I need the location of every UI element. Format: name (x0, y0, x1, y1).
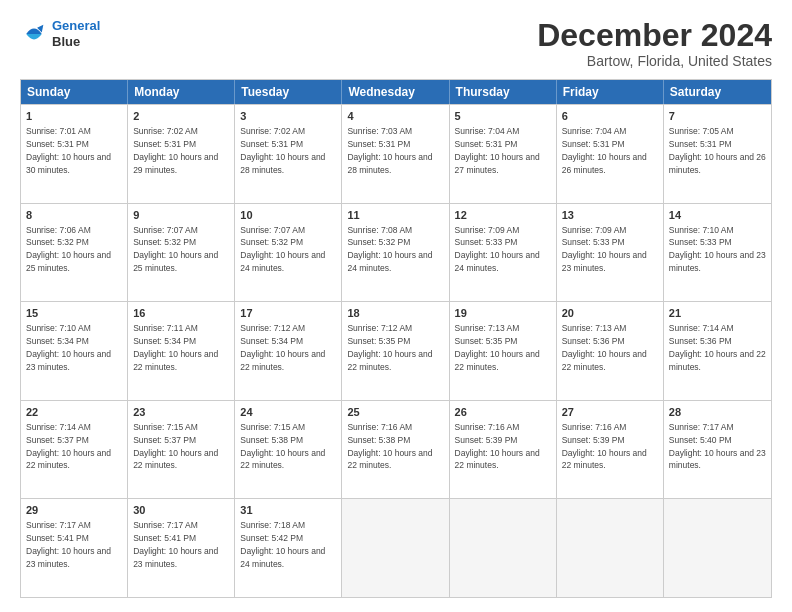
sunrise-text: Sunrise: 7:12 AM (347, 323, 412, 333)
calendar-cell-1-4: 4 Sunrise: 7:03 AM Sunset: 5:31 PM Dayli… (342, 105, 449, 203)
header-saturday: Saturday (664, 80, 771, 104)
daylight-text: Daylight: 10 hours and 22 minutes. (240, 349, 325, 372)
logo-icon (20, 20, 48, 48)
sunset-text: Sunset: 5:35 PM (347, 336, 410, 346)
day-number: 18 (347, 306, 443, 321)
daylight-text: Daylight: 10 hours and 28 minutes. (347, 152, 432, 175)
calendar-cell-4-3: 24 Sunrise: 7:15 AM Sunset: 5:38 PM Dayl… (235, 401, 342, 499)
calendar-row-3: 15 Sunrise: 7:10 AM Sunset: 5:34 PM Dayl… (21, 301, 771, 400)
sunrise-text: Sunrise: 7:14 AM (26, 422, 91, 432)
sunset-text: Sunset: 5:31 PM (455, 139, 518, 149)
calendar-body: 1 Sunrise: 7:01 AM Sunset: 5:31 PM Dayli… (21, 104, 771, 597)
daylight-text: Daylight: 10 hours and 22 minutes. (669, 349, 766, 372)
calendar-cell-5-2: 30 Sunrise: 7:17 AM Sunset: 5:41 PM Dayl… (128, 499, 235, 597)
day-number: 17 (240, 306, 336, 321)
day-number: 13 (562, 208, 658, 223)
daylight-text: Daylight: 10 hours and 26 minutes. (669, 152, 766, 175)
daylight-text: Daylight: 10 hours and 25 minutes. (26, 250, 111, 273)
daylight-text: Daylight: 10 hours and 24 minutes. (455, 250, 540, 273)
day-number: 4 (347, 109, 443, 124)
calendar-header: Sunday Monday Tuesday Wednesday Thursday… (21, 80, 771, 104)
header-friday: Friday (557, 80, 664, 104)
calendar-cell-2-4: 11 Sunrise: 7:08 AM Sunset: 5:32 PM Dayl… (342, 204, 449, 302)
sunrise-text: Sunrise: 7:17 AM (26, 520, 91, 530)
day-number: 31 (240, 503, 336, 518)
calendar-cell-1-1: 1 Sunrise: 7:01 AM Sunset: 5:31 PM Dayli… (21, 105, 128, 203)
day-number: 16 (133, 306, 229, 321)
calendar-cell-1-6: 6 Sunrise: 7:04 AM Sunset: 5:31 PM Dayli… (557, 105, 664, 203)
sunset-text: Sunset: 5:32 PM (347, 237, 410, 247)
day-number: 25 (347, 405, 443, 420)
calendar-cell-3-3: 17 Sunrise: 7:12 AM Sunset: 5:34 PM Dayl… (235, 302, 342, 400)
sunrise-text: Sunrise: 7:02 AM (133, 126, 198, 136)
calendar-row-1: 1 Sunrise: 7:01 AM Sunset: 5:31 PM Dayli… (21, 104, 771, 203)
calendar-cell-1-7: 7 Sunrise: 7:05 AM Sunset: 5:31 PM Dayli… (664, 105, 771, 203)
calendar-cell-5-7 (664, 499, 771, 597)
calendar-cell-5-1: 29 Sunrise: 7:17 AM Sunset: 5:41 PM Dayl… (21, 499, 128, 597)
daylight-text: Daylight: 10 hours and 22 minutes. (240, 448, 325, 471)
sunrise-text: Sunrise: 7:15 AM (133, 422, 198, 432)
sunset-text: Sunset: 5:31 PM (562, 139, 625, 149)
calendar-cell-1-3: 3 Sunrise: 7:02 AM Sunset: 5:31 PM Dayli… (235, 105, 342, 203)
calendar-cell-2-2: 9 Sunrise: 7:07 AM Sunset: 5:32 PM Dayli… (128, 204, 235, 302)
logo-line2: Blue (52, 34, 100, 50)
main-title: December 2024 (537, 18, 772, 53)
sunrise-text: Sunrise: 7:08 AM (347, 225, 412, 235)
daylight-text: Daylight: 10 hours and 22 minutes. (133, 448, 218, 471)
page: General Blue December 2024 Bartow, Flori… (0, 0, 792, 612)
day-number: 28 (669, 405, 766, 420)
daylight-text: Daylight: 10 hours and 22 minutes. (562, 448, 647, 471)
day-number: 10 (240, 208, 336, 223)
sunset-text: Sunset: 5:38 PM (347, 435, 410, 445)
sunset-text: Sunset: 5:31 PM (240, 139, 303, 149)
calendar-cell-4-5: 26 Sunrise: 7:16 AM Sunset: 5:39 PM Dayl… (450, 401, 557, 499)
sunrise-text: Sunrise: 7:10 AM (26, 323, 91, 333)
sunrise-text: Sunrise: 7:13 AM (455, 323, 520, 333)
daylight-text: Daylight: 10 hours and 26 minutes. (562, 152, 647, 175)
header-tuesday: Tuesday (235, 80, 342, 104)
calendar-cell-5-6 (557, 499, 664, 597)
daylight-text: Daylight: 10 hours and 22 minutes. (455, 448, 540, 471)
daylight-text: Daylight: 10 hours and 23 minutes. (26, 349, 111, 372)
day-number: 6 (562, 109, 658, 124)
day-number: 5 (455, 109, 551, 124)
sunset-text: Sunset: 5:35 PM (455, 336, 518, 346)
daylight-text: Daylight: 10 hours and 24 minutes. (240, 250, 325, 273)
calendar-row-4: 22 Sunrise: 7:14 AM Sunset: 5:37 PM Dayl… (21, 400, 771, 499)
sunrise-text: Sunrise: 7:17 AM (669, 422, 734, 432)
day-number: 14 (669, 208, 766, 223)
day-number: 9 (133, 208, 229, 223)
header-monday: Monday (128, 80, 235, 104)
sunrise-text: Sunrise: 7:15 AM (240, 422, 305, 432)
calendar-cell-3-5: 19 Sunrise: 7:13 AM Sunset: 5:35 PM Dayl… (450, 302, 557, 400)
sunset-text: Sunset: 5:31 PM (669, 139, 732, 149)
sunset-text: Sunset: 5:36 PM (669, 336, 732, 346)
subtitle: Bartow, Florida, United States (537, 53, 772, 69)
sunset-text: Sunset: 5:39 PM (562, 435, 625, 445)
calendar-cell-2-6: 13 Sunrise: 7:09 AM Sunset: 5:33 PM Dayl… (557, 204, 664, 302)
calendar-cell-5-3: 31 Sunrise: 7:18 AM Sunset: 5:42 PM Dayl… (235, 499, 342, 597)
sunset-text: Sunset: 5:42 PM (240, 533, 303, 543)
sunrise-text: Sunrise: 7:07 AM (240, 225, 305, 235)
day-number: 27 (562, 405, 658, 420)
calendar-cell-1-5: 5 Sunrise: 7:04 AM Sunset: 5:31 PM Dayli… (450, 105, 557, 203)
day-number: 15 (26, 306, 122, 321)
sunset-text: Sunset: 5:34 PM (240, 336, 303, 346)
day-number: 30 (133, 503, 229, 518)
daylight-text: Daylight: 10 hours and 27 minutes. (455, 152, 540, 175)
sunset-text: Sunset: 5:36 PM (562, 336, 625, 346)
calendar-row-2: 8 Sunrise: 7:06 AM Sunset: 5:32 PM Dayli… (21, 203, 771, 302)
sunrise-text: Sunrise: 7:13 AM (562, 323, 627, 333)
day-number: 3 (240, 109, 336, 124)
sunrise-text: Sunrise: 7:03 AM (347, 126, 412, 136)
calendar-cell-4-4: 25 Sunrise: 7:16 AM Sunset: 5:38 PM Dayl… (342, 401, 449, 499)
sunrise-text: Sunrise: 7:18 AM (240, 520, 305, 530)
sunrise-text: Sunrise: 7:16 AM (562, 422, 627, 432)
sunset-text: Sunset: 5:34 PM (133, 336, 196, 346)
sunrise-text: Sunrise: 7:11 AM (133, 323, 198, 333)
sunrise-text: Sunrise: 7:01 AM (26, 126, 91, 136)
calendar-cell-2-3: 10 Sunrise: 7:07 AM Sunset: 5:32 PM Dayl… (235, 204, 342, 302)
sunset-text: Sunset: 5:31 PM (26, 139, 89, 149)
logo-line1: General (52, 18, 100, 33)
daylight-text: Daylight: 10 hours and 28 minutes. (240, 152, 325, 175)
